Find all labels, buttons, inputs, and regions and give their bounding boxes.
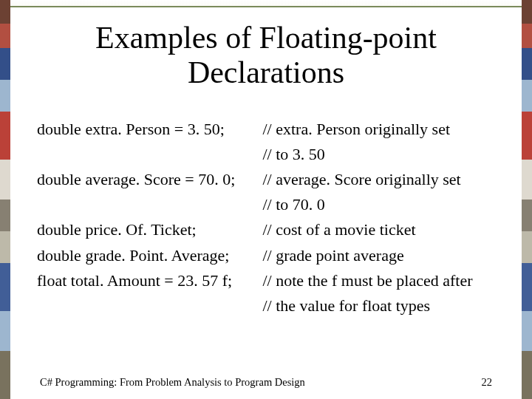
declaration-text: double average. Score = 70. 0; bbox=[37, 167, 259, 192]
decorative-left-strip bbox=[0, 0, 10, 399]
comment-text: // the value for float types bbox=[263, 296, 431, 315]
slide-title: Examples of Floating-point Declarations bbox=[37, 21, 495, 90]
code-line: // to 3. 50 bbox=[37, 142, 495, 167]
top-rule bbox=[10, 0, 522, 7]
declaration-text: float total. Amount = 23. 57 f; bbox=[37, 268, 259, 293]
page-number: 22 bbox=[482, 376, 493, 389]
declaration-text: double extra. Person = 3. 50; bbox=[37, 117, 259, 142]
footer: C# Programming: From Problem Analysis to… bbox=[40, 376, 492, 389]
comment-text: // grade point average bbox=[263, 246, 404, 265]
code-line: double average. Score = 70. 0; // averag… bbox=[37, 167, 495, 192]
comment-text: // cost of a movie ticket bbox=[263, 220, 416, 239]
declaration-text: double grade. Point. Average; bbox=[37, 243, 259, 268]
code-line: // the value for float types bbox=[37, 293, 495, 318]
declaration-text: double price. Of. Ticket; bbox=[37, 217, 259, 242]
comment-text: // extra. Person originally set bbox=[263, 120, 451, 138]
code-line: double extra. Person = 3. 50; // extra. … bbox=[37, 117, 495, 142]
comment-text: // note the f must be placed after bbox=[263, 271, 473, 290]
slide-body: double extra. Person = 3. 50; // extra. … bbox=[37, 117, 495, 318]
code-line: // to 70. 0 bbox=[37, 192, 495, 217]
footer-left: C# Programming: From Problem Analysis to… bbox=[40, 376, 305, 389]
code-line: float total. Amount = 23. 57 f; // note … bbox=[37, 268, 495, 293]
comment-text: // to 70. 0 bbox=[263, 195, 325, 214]
comment-text: // to 3. 50 bbox=[263, 145, 325, 163]
code-line: double price. Of. Ticket; // cost of a m… bbox=[37, 217, 495, 242]
comment-text: // average. Score originally set bbox=[263, 170, 461, 188]
code-line: double grade. Point. Average; // grade p… bbox=[37, 243, 495, 268]
decorative-right-strip bbox=[522, 0, 532, 399]
slide: Examples of Floating-point Declarations … bbox=[10, 7, 522, 399]
